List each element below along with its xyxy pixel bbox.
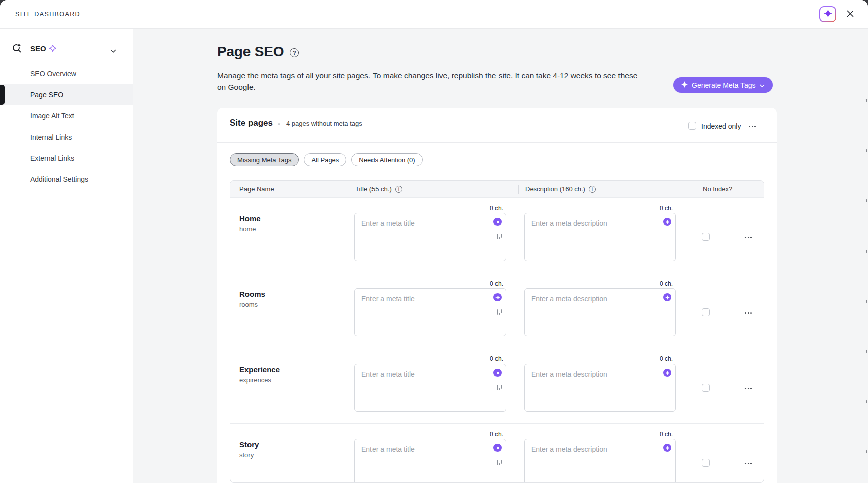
table-row-rooms: Rooms rooms 0 ch. 0 ch. (230, 273, 764, 348)
ai-generate-title-button[interactable] (493, 369, 502, 377)
dot-separator (278, 123, 280, 125)
ai-generate-title-button[interactable] (493, 444, 502, 452)
scrollbar[interactable] (861, 57, 868, 483)
table-row-story: Story story 0 ch. 0 ch. (230, 423, 764, 483)
no-index-checkbox[interactable] (702, 384, 710, 392)
row-menu-button[interactable] (743, 311, 753, 315)
card-menu-button[interactable] (748, 125, 757, 128)
chevron-down-icon (110, 46, 116, 55)
equalizer-icon[interactable] (496, 308, 503, 317)
sidebar-menu: SEO Overview Page SEO Image Alt Text Int… (0, 63, 133, 190)
page-slug: expirences (239, 376, 271, 384)
sidebar-section-label: SEO (30, 44, 46, 53)
meta-title-input[interactable] (354, 288, 506, 336)
table-header: Page Name Title (55 ch.) i Description (… (230, 181, 764, 197)
indexed-only-label[interactable]: Indexed only (701, 122, 741, 130)
ai-generate-description-button[interactable] (663, 369, 671, 377)
generate-meta-tags-button[interactable]: Generate Meta Tags (673, 77, 773, 93)
page-name: Rooms (239, 290, 265, 298)
description-char-count: 0 ch. (524, 205, 673, 212)
title-char-count: 0 ch. (354, 205, 503, 212)
seo-ai-sparkle-icon (49, 45, 56, 54)
meta-title-input[interactable] (354, 439, 506, 483)
title-char-count: 0 ch. (354, 431, 503, 438)
info-icon[interactable]: i (589, 186, 596, 193)
filter-all-pages[interactable]: All Pages (304, 153, 346, 166)
help-icon[interactable]: ? (290, 48, 299, 57)
page-slug: home (239, 225, 256, 233)
sidebar-item-image-alt-text[interactable]: Image Alt Text (0, 105, 133, 127)
indexed-only-checkbox[interactable] (688, 122, 696, 130)
meta-description-input[interactable] (524, 364, 676, 412)
sidebar-seo-section-header[interactable]: SEO (0, 29, 133, 61)
filter-missing-meta-tags[interactable]: Missing Meta Tags (230, 153, 299, 166)
title-char-count: 0 ch. (354, 280, 503, 287)
chevron-down-icon (760, 81, 765, 89)
row-menu-button[interactable] (743, 236, 753, 239)
card-subtitle: 4 pages without meta tags (286, 119, 362, 127)
meta-title-input[interactable] (354, 213, 506, 261)
sidebar-item-seo-overview[interactable]: SEO Overview (0, 63, 133, 84)
ai-generate-description-button[interactable] (663, 293, 671, 301)
close-button[interactable] (845, 9, 855, 19)
top-bar: SITE DASHBOARD (0, 0, 868, 29)
seo-magnifier-sparkle-icon (12, 43, 22, 55)
seo-panel-window: SITE DASHBOARD SEO (0, 0, 868, 483)
meta-title-input[interactable] (354, 364, 506, 412)
sidebar-item-page-seo[interactable]: Page SEO (0, 84, 133, 105)
page-description: Manage the meta tags of all your site pa… (217, 70, 645, 93)
header-divider (695, 185, 695, 194)
sidebar: SEO SEO Overview Page SEO Image Alt Text… (0, 29, 133, 483)
table-row-experience: Experience expirences 0 ch. 0 ch. (230, 348, 764, 423)
ai-assistant-button[interactable] (819, 6, 836, 22)
column-no-index: No Index? (703, 185, 732, 193)
page-slug: story (239, 451, 254, 459)
generate-meta-tags-label: Generate Meta Tags (692, 81, 756, 89)
page-title: Page SEO ? (217, 44, 299, 60)
filter-needs-attention[interactable]: Needs Attention (0) (351, 153, 422, 166)
site-pages-card: Site pages 4 pages without meta tags Ind… (217, 108, 777, 483)
meta-description-input[interactable] (524, 213, 676, 261)
no-index-checkbox[interactable] (702, 308, 710, 316)
table-row-home: Home home 0 ch. 0 ch. (230, 197, 764, 273)
card-title: Site pages (230, 118, 273, 128)
no-index-checkbox[interactable] (702, 459, 710, 467)
equalizer-icon[interactable] (496, 459, 503, 468)
page-title-text: Page SEO (217, 44, 284, 60)
meta-description-input[interactable] (524, 439, 676, 483)
description-char-count: 0 ch. (524, 280, 673, 287)
no-index-checkbox[interactable] (702, 233, 710, 241)
row-menu-button[interactable] (743, 462, 753, 465)
ai-generate-title-button[interactable] (493, 293, 502, 301)
ai-generate-description-button[interactable] (663, 444, 671, 452)
column-description: Description (160 ch.) i (525, 185, 596, 193)
page-slug: rooms (239, 301, 258, 308)
header-divider (350, 185, 350, 194)
column-title-label: Title (55 ch.) (355, 185, 392, 193)
equalizer-icon[interactable] (496, 233, 503, 242)
title-char-count: 0 ch. (354, 355, 503, 363)
header-divider (518, 185, 519, 194)
ai-generate-title-button[interactable] (493, 218, 502, 226)
sparkle-icon (681, 81, 688, 89)
equalizer-icon[interactable] (496, 384, 503, 393)
page-name: Story (239, 440, 259, 449)
page-name: Experience (239, 365, 280, 374)
row-menu-button[interactable] (743, 387, 753, 390)
main-content: Page SEO ? Manage the meta tags of all y… (133, 29, 868, 483)
column-title: Title (55 ch.) i (355, 185, 402, 193)
ai-sparkle-icon (824, 9, 832, 19)
sidebar-item-internal-links[interactable]: Internal Links (0, 127, 133, 148)
close-icon (846, 10, 854, 19)
ai-generate-description-button[interactable] (663, 218, 671, 226)
sidebar-item-external-links[interactable]: External Links (0, 148, 133, 169)
window-title: SITE DASHBOARD (15, 11, 80, 18)
meta-description-input[interactable] (524, 288, 676, 336)
sidebar-item-additional-settings[interactable]: Additional Settings (0, 169, 133, 190)
column-page-name: Page Name (239, 185, 274, 193)
filter-chips: Missing Meta Tags All Pages Needs Attent… (230, 153, 423, 166)
pages-table: Page Name Title (55 ch.) i Description (… (230, 180, 764, 483)
description-char-count: 0 ch. (524, 355, 673, 363)
info-icon[interactable]: i (395, 186, 402, 193)
description-char-count: 0 ch. (524, 431, 673, 438)
